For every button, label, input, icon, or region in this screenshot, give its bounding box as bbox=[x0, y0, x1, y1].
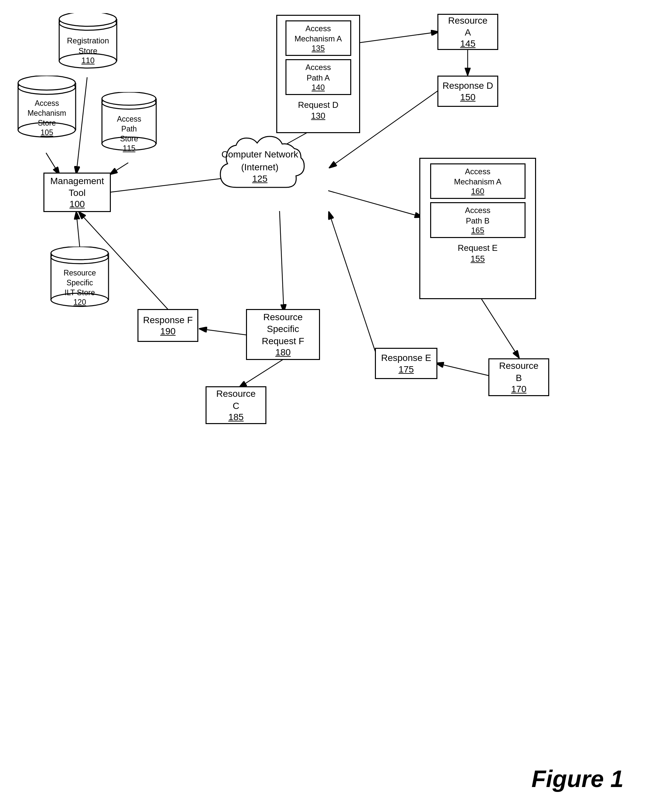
svg-line-14 bbox=[280, 211, 284, 312]
svg-point-33 bbox=[102, 92, 156, 105]
svg-line-2 bbox=[46, 153, 59, 174]
access-path-a-140-label: AccessPath A bbox=[290, 62, 347, 82]
resource-specific-request-f-label: ResourceSpecificRequest F bbox=[262, 311, 304, 347]
access-mechanism-a-160: AccessMechanism A 160 bbox=[430, 163, 526, 199]
access-mechanism-a-135-label: AccessMechanism A bbox=[290, 23, 347, 44]
svg-line-13 bbox=[329, 212, 378, 358]
svg-line-16 bbox=[239, 359, 284, 387]
access-mechanism-a-135-number: 135 bbox=[290, 44, 347, 53]
access-path-store-number: 115 bbox=[100, 144, 158, 153]
resource-a-label: ResourceA bbox=[448, 15, 488, 39]
resource-b-label: ResourceB bbox=[499, 360, 538, 384]
computer-network-label: Computer Network(Internet) bbox=[207, 148, 312, 174]
diagram: Registration Store 110 AccessMechanismSt… bbox=[0, 0, 663, 812]
request-e-label: Request E bbox=[458, 243, 498, 254]
resource-b-number: 170 bbox=[511, 384, 527, 394]
access-path-a-140-number: 140 bbox=[290, 83, 347, 92]
computer-network: Computer Network(Internet) 125 bbox=[207, 131, 312, 210]
management-tool-label: ManagementTool bbox=[50, 175, 104, 199]
access-mechanism-store-number: 105 bbox=[16, 128, 77, 137]
svg-line-1 bbox=[76, 77, 87, 174]
svg-line-7 bbox=[359, 32, 438, 43]
resource-a: ResourceA 145 bbox=[437, 14, 498, 50]
response-e-label: Response E bbox=[381, 352, 432, 364]
access-mechanism-a-160-label: AccessMechanism A bbox=[435, 166, 521, 187]
svg-point-39 bbox=[51, 247, 108, 260]
resource-c-label: ResourceC bbox=[217, 388, 256, 412]
svg-line-12 bbox=[437, 363, 489, 376]
response-d-label: Response D bbox=[442, 80, 493, 92]
access-path-b-165-label: AccessPath B bbox=[435, 205, 521, 226]
svg-point-21 bbox=[59, 13, 116, 26]
management-tool: ManagementTool 100 bbox=[44, 173, 111, 212]
resource-b: ResourceB 170 bbox=[488, 358, 549, 396]
resource-specific-ilt-store: ResourceSpecificILT Store 120 bbox=[49, 247, 110, 314]
access-path-a-140: AccessPath A 140 bbox=[285, 59, 351, 95]
response-d: Response D 150 bbox=[437, 76, 498, 107]
access-path-store: AccessPathStore 115 bbox=[100, 92, 158, 156]
request-e: AccessMechanism A 160 AccessPath B 165 R… bbox=[419, 158, 536, 299]
access-mechanism-store: AccessMechanismStore 105 bbox=[16, 76, 77, 143]
resource-c: ResourceC 185 bbox=[205, 386, 267, 424]
registration-store-label: Registration Store bbox=[58, 36, 118, 56]
resource-specific-request-f: ResourceSpecificRequest F 180 bbox=[246, 309, 320, 360]
svg-line-5 bbox=[76, 212, 80, 249]
response-f: Response F 190 bbox=[137, 309, 198, 342]
access-path-store-label: AccessPathStore bbox=[100, 115, 158, 144]
response-f-label: Response F bbox=[143, 314, 193, 326]
resource-specific-ilt-number: 120 bbox=[49, 298, 110, 307]
svg-line-3 bbox=[110, 163, 128, 174]
resource-a-number: 145 bbox=[460, 39, 475, 49]
request-e-number: 155 bbox=[458, 254, 498, 264]
access-mechanism-a-160-number: 160 bbox=[435, 187, 521, 196]
access-path-b-165: AccessPath B 165 bbox=[430, 202, 526, 238]
management-tool-number: 100 bbox=[70, 199, 85, 210]
access-mechanism-a-135: AccessMechanism A 135 bbox=[285, 20, 351, 56]
registration-store: Registration Store 110 bbox=[58, 13, 118, 71]
response-e-number: 175 bbox=[399, 364, 414, 375]
response-d-number: 150 bbox=[460, 92, 475, 103]
access-mechanism-store-label: AccessMechanismStore bbox=[16, 98, 77, 128]
request-d-label: Request D bbox=[298, 100, 338, 111]
svg-line-15 bbox=[200, 329, 249, 335]
svg-line-11 bbox=[480, 296, 519, 358]
resource-c-number: 185 bbox=[228, 412, 244, 423]
access-path-b-165-number: 165 bbox=[435, 226, 521, 235]
svg-point-27 bbox=[18, 76, 75, 90]
figure-label: Figure 1 bbox=[532, 765, 624, 792]
response-f-number: 190 bbox=[160, 326, 176, 337]
registration-store-number: 110 bbox=[58, 56, 118, 65]
computer-network-number: 125 bbox=[207, 174, 312, 184]
resource-specific-request-f-number: 180 bbox=[275, 347, 291, 358]
request-d-number: 130 bbox=[298, 111, 338, 121]
svg-line-10 bbox=[328, 190, 422, 217]
resource-specific-ilt-label: ResourceSpecificILT Store bbox=[49, 268, 110, 298]
request-d: AccessMechanism A 135 AccessPath A 140 R… bbox=[276, 15, 360, 133]
response-e: Response E 175 bbox=[375, 348, 437, 379]
